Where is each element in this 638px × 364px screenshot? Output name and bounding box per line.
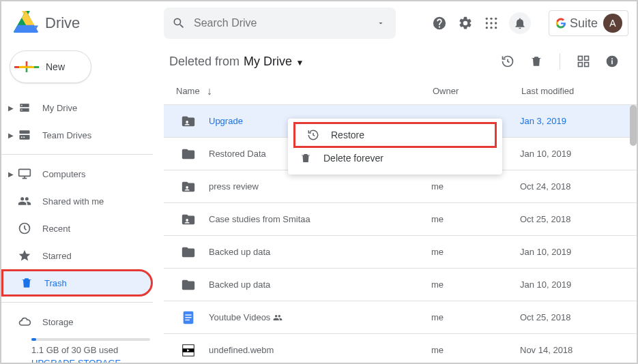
svg-rect-28 [585,57,589,61]
app-title: Drive [45,14,80,32]
file-owner: me [431,345,520,355]
search-icon[interactable] [171,15,187,31]
apps-icon[interactable] [483,15,499,31]
team-drives-icon [18,128,31,142]
sidebar-item-label: Trash [44,278,67,288]
ctx-label: Restore [331,130,364,140]
svg-point-15 [486,27,488,29]
new-button[interactable]: New [10,50,91,83]
svg-rect-39 [185,317,191,318]
table-row[interactable]: Case studies from SmitaameOct 25, 2018 [164,203,637,236]
file-modified: Jan 3, 2019 [520,116,637,126]
svg-point-18 [21,105,23,106]
restore-icon[interactable] [499,53,516,70]
file-type-icon [180,342,197,359]
table-row[interactable]: Backed up datameJan 10, 2019 [164,269,637,301]
sidebar-item-label: Team Drives [42,130,91,140]
svg-point-11 [495,18,497,20]
file-type-icon [180,309,197,326]
sidebar-item-starred[interactable]: Starred [1,242,153,269]
notifications-icon[interactable] [509,12,531,34]
search-input[interactable] [194,17,373,29]
chevron-down-icon: ▼ [293,58,304,67]
svg-point-36 [186,219,188,222]
delete-icon[interactable] [528,53,545,70]
search-box[interactable] [164,7,396,39]
ctx-delete-forever[interactable]: Delete forever [288,147,502,169]
ctx-label: Delete forever [323,153,383,164]
file-name: press review [209,181,431,192]
gear-icon[interactable] [457,15,474,31]
sidebar-item-my-drive[interactable]: ▶ My Drive [1,94,153,121]
star-icon [18,249,31,262]
sidebar-item-computers[interactable]: ▶ Computers [1,160,153,187]
context-menu: Restore Delete forever [288,119,502,175]
file-type-icon [180,277,197,293]
svg-point-19 [21,110,23,111]
column-header: Name↓ Owner Last modified [164,78,637,105]
header: Drive Suite A [1,1,637,45]
file-owner: me [431,214,520,224]
sidebar-item-team-drives[interactable]: ▶ Team Drives [1,121,153,149]
file-owner: me [431,279,520,290]
chevron-right-icon: ▶ [7,104,15,112]
svg-rect-29 [579,63,583,67]
new-button-label: New [46,61,65,72]
sidebar-item-recent[interactable]: Recent [1,215,153,242]
sidebar-item-trash[interactable]: Trash [1,269,153,297]
grid-view-icon[interactable] [575,53,592,70]
file-owner: me [431,312,520,322]
ctx-restore[interactable]: Restore [295,124,495,146]
file-name: Youtube Videos [209,312,431,323]
main: Deleted from My Drive ▼ Name↓ Owner Last… [164,45,637,363]
sidebar-item-label: Recent [42,224,70,234]
sort-arrow-icon: ↓ [207,85,212,97]
file-name: Backed up data [209,279,431,290]
table-row[interactable]: Backed up datameJan 10, 2019 [164,236,637,269]
svg-rect-32 [611,60,613,64]
sidebar: New ▶ My Drive ▶ Team Drives ▶ Computers [1,45,164,363]
file-modified: Oct 24, 2018 [520,181,637,192]
svg-rect-30 [585,63,589,67]
file-modified: Nov 14, 2018 [520,345,637,355]
gsuite-badge[interactable]: Suite A [549,10,628,36]
svg-point-34 [186,121,188,123]
file-modified: Jan 10, 2019 [520,247,637,257]
scrollbar-thumb[interactable] [630,105,637,146]
file-owner: me [431,181,520,192]
breadcrumb[interactable]: Deleted from My Drive ▼ [166,55,304,69]
file-type-icon [180,146,197,162]
table-row[interactable]: undefined.webmmeNov 14, 2018 [164,334,637,363]
info-icon[interactable] [604,53,620,70]
restore-icon [306,128,320,142]
file-type-icon [180,113,197,130]
svg-rect-25 [19,169,31,176]
header-icons: Suite A [431,10,628,36]
file-modified: Jan 10, 2019 [520,279,637,290]
file-type-icon [180,179,197,195]
chevron-right-icon: ▶ [7,170,15,178]
col-owner[interactable]: Owner [433,86,521,96]
svg-rect-38 [185,314,191,315]
file-modified: Oct 25, 2018 [520,214,637,224]
search-dropdown-icon[interactable] [373,15,389,31]
storage-usage: 1.1 GB of 30 GB used [31,345,164,355]
sidebar-item-storage[interactable]: Storage [1,308,153,335]
col-name[interactable]: Name↓ [176,85,433,97]
file-name: undefined.webm [209,345,431,355]
table-row[interactable]: press reviewmeOct 24, 2018 [164,170,637,203]
sidebar-item-label: Storage [42,317,74,327]
sidebar-item-label: My Drive [42,103,77,113]
sidebar-item-shared[interactable]: Shared with me [1,187,153,215]
avatar[interactable]: A [603,14,622,33]
file-owner: me [431,247,520,257]
title-prefix: Deleted from [169,55,240,69]
svg-point-14 [495,22,497,24]
svg-rect-21 [20,130,30,134]
trash-icon [299,151,313,165]
logo-area[interactable]: Drive [14,11,164,35]
help-icon[interactable] [431,15,448,31]
table-row[interactable]: Youtube Videos meOct 25, 2018 [164,301,637,334]
upgrade-storage-link[interactable]: UPGRADE STORAGE [31,358,164,363]
col-modified[interactable]: Last modified [521,86,637,96]
